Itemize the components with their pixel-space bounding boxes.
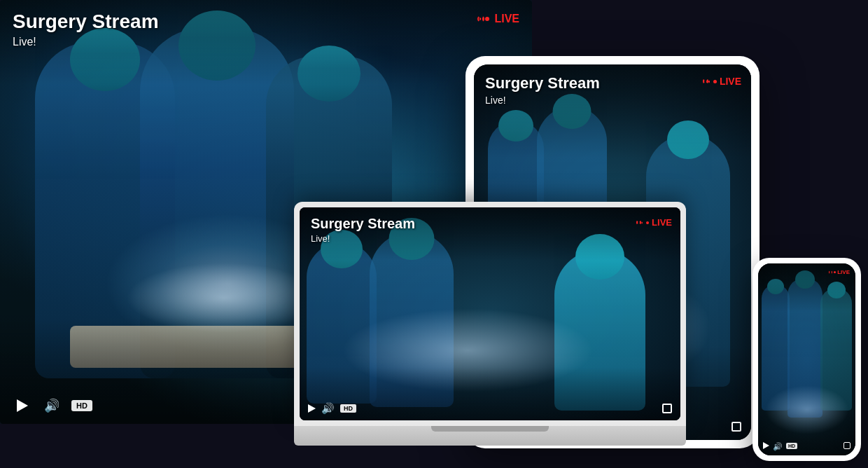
phone-play-button[interactable] xyxy=(763,442,769,449)
phone-screen: LIVE 🔊 HD xyxy=(758,263,855,455)
phone-live-text: LIVE xyxy=(837,269,850,275)
tablet-subtitle: Live! xyxy=(485,95,600,106)
laptop-radio-inner xyxy=(640,221,643,224)
main-live-text: LIVE xyxy=(494,13,519,25)
main-title-area: Surgery Stream Live! xyxy=(13,11,159,48)
phone-play-icon xyxy=(763,442,769,449)
radio-wave-icon xyxy=(477,15,489,22)
main-title: Surgery Stream xyxy=(13,11,159,33)
phone-fullscreen-icon xyxy=(844,442,850,449)
tablet-title-area: Surgery Stream Live! xyxy=(485,74,600,106)
main-volume-button[interactable]: 🔊 xyxy=(42,396,62,415)
laptop-live-badge: LIVE xyxy=(636,217,672,228)
phone-volume-icon: 🔊 xyxy=(773,442,783,450)
laptop-hd-badge: HD xyxy=(340,404,356,413)
scene: Surgery Stream Live! LIVE 🔊 HD xyxy=(0,0,868,468)
laptop-title: Surgery Stream xyxy=(311,216,415,232)
phone-overlay xyxy=(758,263,855,455)
main-hd-badge: HD xyxy=(71,400,92,411)
tablet-title: Surgery Stream xyxy=(485,74,600,92)
laptop-play-button[interactable] xyxy=(308,404,316,413)
laptop-controls: 🔊 HD xyxy=(300,397,680,420)
laptop-screen: Surgery Stream Live! LIVE 🔊 H xyxy=(294,202,686,426)
laptop-screen-inner: Surgery Stream Live! LIVE 🔊 H xyxy=(300,207,680,420)
phone-hd-badge: HD xyxy=(786,443,797,449)
laptop-live-dot xyxy=(646,221,649,224)
laptop-fullscreen-button[interactable] xyxy=(662,404,672,413)
laptop-base xyxy=(294,426,686,446)
laptop-volume-icon: 🔊 xyxy=(321,402,335,414)
phone-volume-button[interactable]: 🔊 xyxy=(773,439,783,452)
laptop-subtitle: Live! xyxy=(311,233,415,244)
tablet-live-text: LIVE xyxy=(720,76,741,87)
tablet-live-badge: LIVE xyxy=(703,76,741,87)
tablet-live-dot xyxy=(713,80,717,83)
laptop-title-area: Surgery Stream Live! xyxy=(311,216,415,244)
phone-radio-icon xyxy=(829,270,832,274)
phone-device: LIVE 🔊 HD xyxy=(752,258,861,461)
laptop-device: Surgery Stream Live! LIVE 🔊 H xyxy=(294,202,686,461)
phone-live-badge: LIVE xyxy=(829,269,850,275)
main-play-button[interactable] xyxy=(13,396,32,415)
volume-icon: 🔊 xyxy=(44,398,59,413)
tablet-fullscreen-icon xyxy=(732,422,741,432)
laptop-fullscreen-icon xyxy=(662,404,672,413)
laptop-live-text: LIVE xyxy=(652,217,672,228)
phone-fullscreen-button[interactable] xyxy=(844,442,850,449)
laptop-play-icon xyxy=(308,404,316,413)
main-subtitle: Live! xyxy=(13,36,159,48)
phone-live-dot xyxy=(834,271,836,273)
play-icon xyxy=(17,399,28,412)
phone-controls: 🔊 HD xyxy=(758,436,855,455)
laptop-hinge xyxy=(431,426,549,432)
laptop-volume-button[interactable]: 🔊 xyxy=(321,402,335,415)
live-dot-main xyxy=(485,17,489,21)
tablet-fullscreen-button[interactable] xyxy=(732,422,741,432)
main-live-badge: LIVE xyxy=(477,13,519,25)
tablet-radio-inner xyxy=(706,80,710,83)
